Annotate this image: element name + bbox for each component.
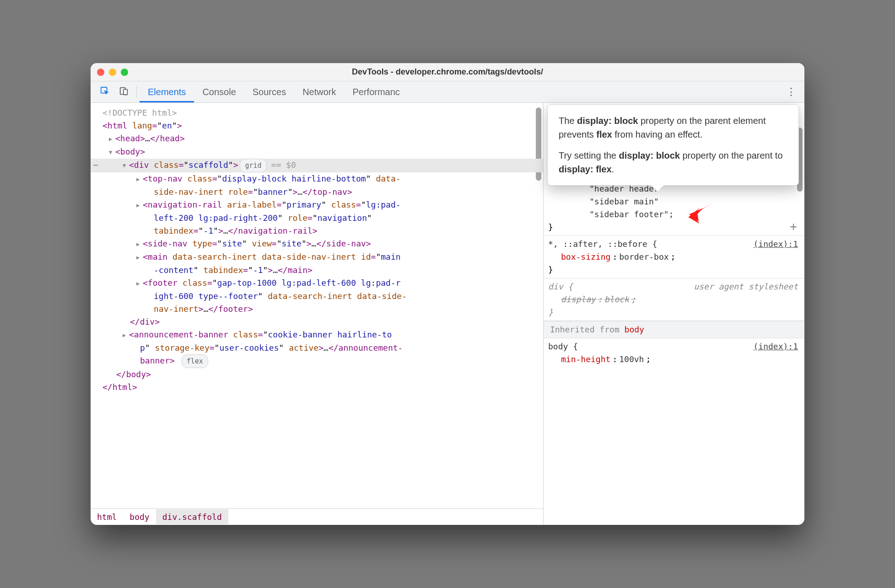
expand-icon[interactable]: ▶ [109,133,115,145]
close-window-button[interactable] [97,69,104,76]
source-ua-label: user agent stylesheet [694,280,798,293]
rule-close-brace: } [548,306,798,319]
breadcrumb: html body div.scaffold [91,508,543,525]
style-prop-box-sizing[interactable]: box-sizing: border-box; [548,251,798,263]
tab-performance[interactable]: Performanc [345,82,408,102]
style-prop-min-height[interactable]: min-height: 100vh; [548,353,798,366]
dom-node-doctype[interactable]: <!DOCTYPE html> [91,107,543,119]
device-toggle-icon[interactable] [114,83,134,101]
rule-selector[interactable]: body { [548,340,578,353]
maximize-window-button[interactable] [121,69,128,76]
dom-node-html-close[interactable]: </html> [91,381,543,394]
collapse-icon[interactable]: ▼ [109,146,115,159]
breadcrumb-div-scaffold[interactable]: div.scaffold [156,509,228,524]
style-rule-div-ua[interactable]: div { user agent stylesheet display: blo… [544,278,804,321]
breadcrumb-html[interactable]: html [91,509,123,524]
devtools-window: DevTools - developer.chrome.com/tags/dev… [91,63,804,525]
style-value-line[interactable]: "sidebar main" [548,195,798,208]
inspect-element-icon[interactable] [95,83,114,101]
tab-elements[interactable]: Elements [140,82,194,102]
annotation-arrow-icon [686,198,719,227]
dom-tree[interactable]: <!DOCTYPE html> <html lang="en"> ▶<head>… [91,103,543,508]
console-reference: == $0 [271,160,296,170]
style-rule-universal[interactable]: *, ::after, ::before { (index):1 box-siz… [544,236,804,278]
dom-node-html[interactable]: <html lang="en"> [91,119,543,132]
tooltip-paragraph-1: The display: block property on the paren… [559,114,787,141]
source-link[interactable]: (index):1 [753,238,798,251]
titlebar: DevTools - developer.chrome.com/tags/dev… [91,63,804,81]
tab-sources[interactable]: Sources [244,82,294,102]
overflow-menu-icon[interactable]: ⋮ [782,84,800,100]
rule-selector[interactable]: *, ::after, ::before { [548,238,657,251]
dom-node-side-nav[interactable]: ▶<side-nav type="site" view="site">…</si… [91,237,543,251]
tab-network[interactable]: Network [294,82,344,102]
tab-console[interactable]: Console [194,82,244,102]
collapse-icon[interactable]: ▼ [123,159,129,172]
svg-rect-2 [124,89,127,95]
dom-node-topnav[interactable]: ▶<top-nav class="display-block hairline-… [91,172,543,198]
grid-badge[interactable]: grid [240,159,266,172]
dom-panel: <!DOCTYPE html> <html lang="en"> ▶<head>… [91,103,544,525]
tooltip-paragraph-2: Try setting the display: block property … [559,149,787,176]
flex-badge[interactable]: flex [182,354,208,368]
dom-node-navigation-rail[interactable]: ▶<navigation-rail aria-label="primary" c… [91,198,543,237]
dom-node-head[interactable]: ▶<head>…</head> [91,132,543,145]
rule-close-brace: } [548,221,798,234]
dom-node-main[interactable]: ▶<main data-search-inert data-side-nav-i… [91,251,543,277]
breadcrumb-body[interactable]: body [123,509,156,524]
expand-icon[interactable]: ▶ [123,329,129,342]
devtools-toolbar: Elements Console Sources Network Perform… [91,81,804,103]
dom-node-footer[interactable]: ▶<footer class="gap-top-1000 lg:pad-left… [91,277,543,315]
css-hint-tooltip: The display: block property on the paren… [547,104,799,186]
dom-node-announcement-banner[interactable]: ▶<announcement-banner class="cookie-bann… [91,328,543,368]
expand-icon[interactable]: ▶ [136,199,143,212]
minimize-window-button[interactable] [109,69,116,76]
style-rule-body[interactable]: body { (index):1 min-height: 100vh; [544,338,804,368]
dom-node-div-close[interactable]: </div> [91,315,543,328]
dom-node-body[interactable]: ▼<body> [91,145,543,159]
rule-close-brace: } [548,263,798,276]
rule-selector[interactable]: div { [548,280,573,293]
expand-icon[interactable]: ▶ [136,277,143,290]
style-value-line[interactable]: "sidebar footer"; [548,208,798,221]
add-rule-icon[interactable]: + [790,220,797,233]
inherited-from-bar: Inherited from body [544,321,804,338]
panel-tabs: Elements Console Sources Network Perform… [140,82,408,102]
window-title: DevTools - developer.chrome.com/tags/dev… [352,67,543,77]
expand-icon[interactable]: ▶ [136,238,143,251]
expand-icon[interactable]: ▶ [136,173,143,186]
toolbar-divider [136,86,137,98]
expand-icon[interactable]: ▶ [136,251,143,264]
style-prop-display-ua[interactable]: display: block; [548,293,798,306]
traffic-lights [97,69,128,76]
dom-node-scaffold[interactable]: ▼<div class="scaffold">grid== $0 [91,159,543,172]
source-link[interactable]: (index):1 [753,340,798,353]
dom-node-body-close[interactable]: </body> [91,368,543,381]
